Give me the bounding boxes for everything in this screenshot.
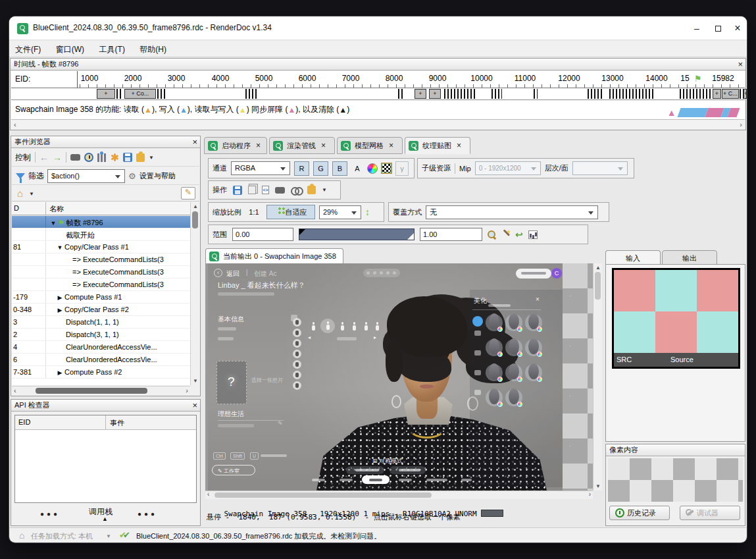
follow-link-icon[interactable] bbox=[291, 187, 301, 193]
event-row[interactable]: -179▶Compute Pass #1 bbox=[12, 291, 190, 304]
event-row[interactable]: => ExecuteCommandLists(3 bbox=[12, 266, 190, 279]
timeline-marker-block[interactable]: + bbox=[429, 89, 441, 99]
event-row-frame[interactable]: ▼⚑ 帧数 #8796 bbox=[12, 216, 190, 228]
menu-tools[interactable]: 工具(T) bbox=[93, 41, 131, 59]
copy-texture-icon[interactable] bbox=[248, 186, 256, 194]
resize-dots[interactable]: ●●● bbox=[138, 510, 157, 518]
timeline-marker-block[interactable]: + Co... bbox=[124, 89, 156, 99]
api-call-list[interactable]: EID 事件 bbox=[14, 415, 197, 503]
viewport-horizontal-scrollbar[interactable]: ‹ › bbox=[205, 491, 593, 499]
event-tree-horizontal-scrollbar[interactable]: ‹ › bbox=[12, 386, 190, 395]
blue-channel-button[interactable]: B bbox=[332, 161, 347, 176]
resize-dots[interactable]: ●●● bbox=[40, 510, 60, 518]
event-tree-vertical-scrollbar[interactable]: ▲ ▼ bbox=[190, 202, 199, 385]
api-eid-column-header[interactable]: EID bbox=[15, 415, 106, 429]
menu-window[interactable]: 窗口(W) bbox=[50, 41, 90, 59]
tab-inputs[interactable]: 输入 bbox=[605, 250, 661, 265]
scrollbar-thumb[interactable] bbox=[214, 492, 432, 498]
expand-chevron-icon[interactable]: ▶ bbox=[55, 307, 64, 313]
event-row[interactable]: 截取开始 bbox=[12, 228, 190, 241]
timeline-marker-block[interactable]: + bbox=[97, 89, 115, 99]
scrollbar-thumb[interactable] bbox=[192, 211, 198, 228]
history-button[interactable]: 历史记录 bbox=[609, 506, 670, 520]
collapse-chevron-icon[interactable]: ▼ bbox=[55, 244, 64, 251]
event-row[interactable]: 2Dispatch(3, 1, 1) bbox=[12, 329, 190, 341]
flip-vertical-icon[interactable]: ↕ bbox=[365, 207, 370, 217]
tab-launcher[interactable]: 启动程序× bbox=[204, 137, 267, 154]
extensions-icon[interactable] bbox=[136, 153, 145, 162]
pixel-context-preview[interactable] bbox=[608, 458, 743, 502]
expand-chevron-icon[interactable]: ▶ bbox=[55, 294, 64, 301]
tab-close-icon[interactable]: × bbox=[389, 141, 393, 150]
timeline-marker-block[interactable]: + C... bbox=[722, 89, 739, 99]
api-inspector-close-button[interactable]: × bbox=[192, 400, 197, 411]
expand-chevron-icon[interactable]: ▶ bbox=[55, 369, 64, 376]
bookmark-icon[interactable] bbox=[110, 153, 119, 162]
tab-texture-viewer[interactable]: 纹理贴图× bbox=[405, 137, 470, 154]
bookmark-dropdown-arrow[interactable]: ▼ bbox=[29, 191, 34, 197]
alpha-channel-button[interactable]: A bbox=[351, 161, 363, 176]
texture-extensions-icon[interactable] bbox=[307, 186, 316, 194]
filter-combobox[interactable]: $action() bbox=[47, 169, 125, 183]
save-texture-icon[interactable] bbox=[233, 186, 242, 195]
export-events-icon[interactable] bbox=[123, 153, 132, 162]
range-slider[interactable] bbox=[299, 228, 415, 240]
close-button[interactable]: × bbox=[728, 18, 747, 38]
settings-help-link[interactable]: 设置与帮助 bbox=[139, 171, 176, 181]
autofit-range-icon[interactable] bbox=[488, 230, 496, 239]
event-row[interactable]: => ExecuteCommandLists(3 bbox=[12, 253, 190, 266]
event-row[interactable]: 4ClearUnorderedAccessVie... bbox=[12, 341, 190, 354]
next-event-button[interactable]: → bbox=[53, 152, 62, 163]
histogram-icon[interactable] bbox=[528, 230, 538, 239]
red-channel-button[interactable]: R bbox=[294, 161, 309, 176]
menu-help[interactable]: 帮助(H) bbox=[134, 41, 172, 59]
load-mode-label[interactable]: 任务加载方式: 本机 bbox=[31, 531, 93, 541]
menu-file[interactable]: 文件(F) bbox=[9, 41, 47, 59]
export-code-icon[interactable]: <> bbox=[262, 186, 269, 194]
find-icon[interactable] bbox=[70, 154, 80, 161]
timeline-marker-block[interactable]: + bbox=[743, 89, 747, 99]
event-row[interactable]: => ExecuteCommandLists(3 bbox=[12, 279, 190, 291]
scrollbar-thumb[interactable] bbox=[595, 272, 601, 300]
maximize-button[interactable] bbox=[708, 18, 728, 38]
callstack-label[interactable]: 调用栈 bbox=[89, 506, 113, 518]
event-row[interactable]: 0-348▶Copy/Clear Pass #2 bbox=[12, 304, 190, 316]
timeline-marker-block[interactable]: + bbox=[713, 89, 721, 99]
event-row[interactable]: 7-381▶Compute Pass #2 bbox=[12, 366, 190, 379]
zoom-1to1-button[interactable]: 1:1 bbox=[245, 205, 263, 219]
load-mode-dropdown-arrow[interactable]: ▼ bbox=[106, 533, 111, 539]
range-max-input[interactable] bbox=[420, 228, 482, 241]
tab-close-icon[interactable]: × bbox=[256, 141, 261, 150]
name-column-header[interactable]: 名称 bbox=[46, 202, 64, 215]
timeline-horizontal-scrollbar[interactable]: ‹ › bbox=[11, 119, 745, 129]
timeline-marker-block[interactable]: + bbox=[415, 89, 426, 99]
zoom-percent-combobox[interactable]: 29% bbox=[319, 205, 361, 219]
event-row[interactable]: 6ClearUnorderedAccessVie... bbox=[12, 354, 190, 366]
event-browser-close-button[interactable]: × bbox=[192, 136, 197, 147]
autofit-wand-icon[interactable] bbox=[501, 230, 510, 239]
timeline-ruler[interactable]: EID: 1000 2000 3000 4000 5000 6000 7000 … bbox=[11, 71, 745, 88]
scroll-right-arrow[interactable]: › bbox=[740, 120, 742, 128]
green-channel-button[interactable]: G bbox=[313, 161, 328, 176]
statistics-icon[interactable] bbox=[97, 153, 106, 162]
usage-markers[interactable]: ▲ bbox=[667, 106, 738, 117]
current-output-tab[interactable]: 当前输出 0 - Swapchain Image 358 bbox=[205, 248, 343, 263]
find-texture-icon[interactable] bbox=[275, 187, 285, 194]
viewport-vertical-scrollbar[interactable]: ▲ ▼ bbox=[593, 263, 602, 491]
edit-filter-button[interactable]: ✎ bbox=[181, 187, 195, 200]
minimize-button[interactable]: – bbox=[687, 18, 707, 38]
overlay-combobox[interactable]: 无 bbox=[426, 205, 598, 219]
timeline-close-button[interactable]: × bbox=[738, 59, 743, 70]
channel-combobox[interactable]: RGBA bbox=[231, 161, 290, 175]
event-row[interactable]: 3Dispatch(1, 1, 1) bbox=[12, 316, 190, 329]
actions-dropdown-arrow[interactable]: ▼ bbox=[322, 187, 327, 193]
input-texture-thumbnail[interactable]: SRC Source bbox=[612, 268, 740, 369]
callstack-expand-arrow[interactable]: ▲ bbox=[102, 516, 108, 522]
checker-background-button[interactable] bbox=[382, 163, 391, 173]
tab-mesh[interactable]: 模型网格× bbox=[337, 137, 403, 154]
gamma-button[interactable]: γ bbox=[395, 161, 409, 176]
eid-column-header[interactable]: D bbox=[12, 202, 46, 215]
toolbar-dropdown-arrow[interactable]: ▼ bbox=[149, 155, 154, 161]
timeline-activity-track[interactable]: + + Co... + + + + C... + bbox=[11, 88, 745, 100]
title-bar[interactable]: BlueClient_2024.08.30_06.39.50_frame8796… bbox=[9, 16, 747, 40]
